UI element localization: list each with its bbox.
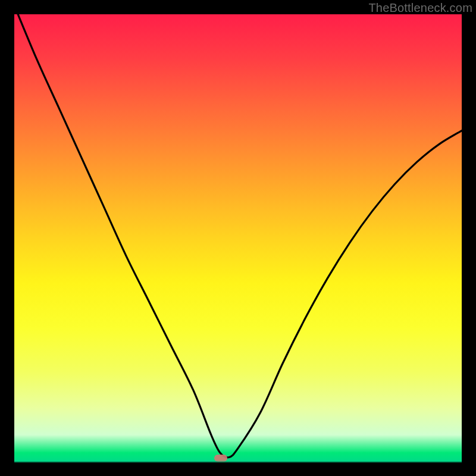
plot-frame: [14, 14, 462, 462]
watermark-text: TheBottleneck.com: [368, 1, 472, 15]
axis-baseline: [14, 461, 462, 463]
bottleneck-curve: [14, 14, 462, 462]
